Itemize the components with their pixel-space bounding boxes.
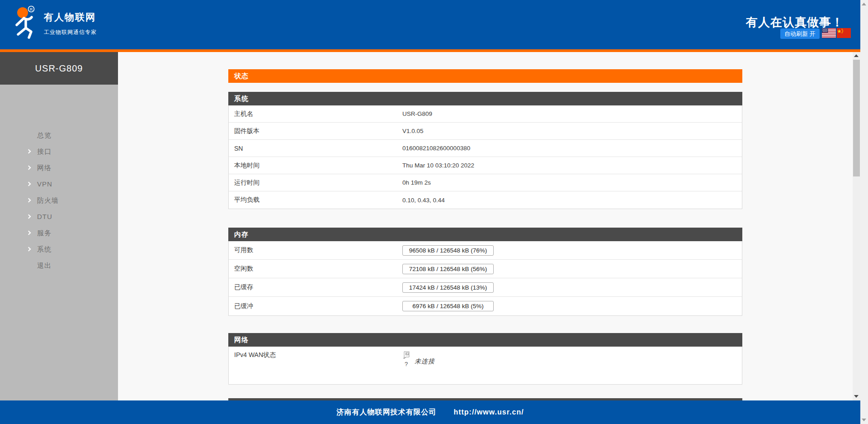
- chevron-right-icon: [27, 149, 31, 154]
- scroll-down-icon[interactable]: [862, 419, 866, 421]
- sidebar-item-label: 总览: [37, 131, 52, 139]
- row-value: 96508 kB / 126548 kB (76%): [402, 241, 494, 259]
- china-flag-icon[interactable]: [837, 28, 851, 38]
- row-value: 17424 kB / 126548 kB (13%): [402, 278, 494, 296]
- table-row: 已缓冲 6976 kB / 126548 kB (5%): [229, 297, 742, 315]
- memory-table: 可用数 96508 kB / 126548 kB (76%) 空闲数 72108…: [228, 241, 742, 316]
- sidebar-item-label: 接口: [37, 148, 52, 155]
- table-row: 主机名 USR-G809: [229, 105, 742, 123]
- row-label: 已缓冲: [234, 297, 253, 315]
- table-row: 运行时间 0h 19m 2s: [229, 174, 742, 191]
- row-value: USR-G809: [402, 105, 432, 122]
- row-value: 0.10, 0.43, 0.44: [402, 191, 445, 209]
- table-row: 固件版本 V1.0.05: [229, 123, 742, 140]
- sidebar-item-system[interactable]: 系统: [0, 241, 118, 257]
- main-content-area: 状态 系统 主机名 USR-G809 固件版本 V1.0.05 SN 01600…: [118, 52, 853, 400]
- chevron-right-icon: [27, 214, 31, 219]
- table-row: 平均负载 0.10, 0.43, 0.44: [229, 191, 742, 209]
- sidebar-item-label: DTU: [37, 213, 52, 220]
- chevron-right-icon: [27, 198, 31, 203]
- memory-bar: 96508 kB / 126548 kB (76%): [402, 245, 494, 256]
- wan-status-text: 未连接: [415, 357, 435, 366]
- sidebar-item-label: 服务: [37, 229, 52, 237]
- memory-bar: 6976 kB / 126548 kB (5%): [402, 301, 494, 311]
- row-value: Thu Mar 10 03:10:20 2022: [402, 157, 474, 174]
- section-header-memory: 内存: [228, 228, 742, 241]
- row-value: ? 未连接: [402, 347, 435, 384]
- brand-tagline: 工业物联网通信专家: [44, 29, 97, 36]
- sidebar-menu: 总览 接口 网络 VPN 防火墙 DTU 服务 系统 退出: [0, 85, 118, 274]
- memory-bar-text: 6976 kB / 126548 kB (5%): [403, 301, 493, 311]
- memory-bar-text: 17424 kB / 126548 kB (13%): [403, 283, 493, 292]
- row-label: 平均负载: [234, 191, 259, 209]
- brand-block: 有人物联网 工业物联网通信专家: [44, 11, 97, 36]
- row-label: 运行时间: [234, 174, 259, 191]
- row-label: 本地时间: [234, 157, 259, 174]
- chevron-right-icon: [27, 182, 31, 186]
- row-value: 01600821082600000380: [402, 140, 470, 157]
- table-row: 空闲数 72108 kB / 126548 kB (56%): [229, 260, 742, 278]
- sidebar-item-logout[interactable]: 退出: [0, 257, 118, 274]
- browser-scrollbar[interactable]: [860, 0, 868, 424]
- sidebar-item-services[interactable]: 服务: [0, 225, 118, 241]
- network-table: IPv4 WAN状态 ?: [228, 347, 742, 385]
- footer-url-link[interactable]: http://www.usr.cn/: [453, 408, 524, 416]
- brand-title: 有人物联网: [44, 11, 97, 24]
- broken-image-placeholder: ?: [402, 351, 410, 367]
- sidebar-item-dtu[interactable]: DTU: [0, 209, 118, 225]
- sidebar-item-label: 退出: [37, 262, 52, 269]
- table-row: SN 01600821082600000380: [229, 140, 742, 157]
- sidebar-item-label: 系统: [37, 245, 52, 253]
- scroll-down-icon[interactable]: [854, 395, 859, 398]
- row-value: 0h 19m 2s: [402, 174, 431, 191]
- row-value: 72108 kB / 126548 kB (56%): [402, 260, 494, 278]
- row-label: 主机名: [234, 105, 253, 122]
- sidebar-item-vpn[interactable]: VPN: [0, 176, 118, 192]
- device-model-title: USR-G809: [0, 52, 118, 85]
- auto-refresh-toggle-button[interactable]: 自动刷新 开: [780, 29, 820, 39]
- scroll-up-icon[interactable]: [862, 3, 866, 5]
- table-row: IPv4 WAN状态 ?: [229, 347, 742, 384]
- sidebar-item-overview[interactable]: 总览: [0, 127, 118, 143]
- alt-question-mark: ?: [405, 361, 408, 367]
- memory-bar-text: 96508 kB / 126548 kB (76%): [403, 246, 493, 255]
- row-label: 固件版本: [234, 123, 259, 139]
- row-label: 可用数: [234, 241, 253, 259]
- memory-bar: 17424 kB / 126548 kB (13%): [402, 282, 494, 293]
- chevron-right-icon: [27, 247, 31, 252]
- footer-bar: 济南有人物联网技术有限公司 http://www.usr.cn/: [0, 400, 860, 424]
- row-value: V1.0.05: [402, 123, 424, 139]
- sidebar-item-network[interactable]: 网络: [0, 160, 118, 176]
- content-scrollbar[interactable]: [853, 52, 860, 400]
- usr-logo-icon[interactable]: R: [11, 5, 39, 45]
- system-table: 主机名 USR-G809 固件版本 V1.0.05 SN 01600821082…: [228, 105, 742, 209]
- content-column: 状态 系统 主机名 USR-G809 固件版本 V1.0.05 SN 01600…: [228, 52, 742, 400]
- row-label: IPv4 WAN状态: [234, 347, 276, 384]
- section-header-network: 网络: [228, 333, 742, 347]
- row-label: SN: [234, 140, 243, 157]
- section-header-system: 系统: [228, 92, 742, 105]
- top-header-bar: R 有人物联网 工业物联网通信专家 有人在认真做事！ 自动刷新 开: [0, 0, 860, 49]
- sidebar-item-label: 网络: [37, 164, 52, 172]
- sidebar-item-firewall[interactable]: 防火墙: [0, 192, 118, 209]
- chevron-right-icon: [27, 231, 31, 235]
- row-label: 已缓存: [234, 278, 253, 296]
- sidebar-nav: USR-G809 总览 接口 网络 VPN 防火墙 DTU 服务 系统 退出: [0, 52, 118, 400]
- table-row: 可用数 96508 kB / 126548 kB (76%): [229, 241, 742, 260]
- scroll-up-icon[interactable]: [854, 54, 859, 57]
- us-flag-icon[interactable]: [822, 28, 836, 38]
- table-row: 已缓存 17424 kB / 126548 kB (13%): [229, 278, 742, 297]
- row-label: 空闲数: [234, 260, 253, 278]
- sidebar-item-label: 防火墙: [37, 196, 59, 204]
- broken-image-icon: [402, 351, 410, 360]
- memory-bar-text: 72108 kB / 126548 kB (56%): [403, 264, 493, 274]
- memory-bar: 72108 kB / 126548 kB (56%): [402, 264, 494, 274]
- svg-text:R: R: [30, 7, 33, 12]
- sidebar-item-interfaces[interactable]: 接口: [0, 143, 118, 160]
- table-row: 本地时间 Thu Mar 10 03:10:20 2022: [229, 157, 742, 174]
- sidebar-item-label: VPN: [37, 180, 52, 188]
- scrollbar-thumb[interactable]: [853, 60, 860, 176]
- row-value: 6976 kB / 126548 kB (5%): [402, 297, 494, 315]
- chevron-right-icon: [27, 166, 31, 170]
- router-admin-page: R 有人物联网 工业物联网通信专家 有人在认真做事！ 自动刷新 开: [0, 0, 868, 424]
